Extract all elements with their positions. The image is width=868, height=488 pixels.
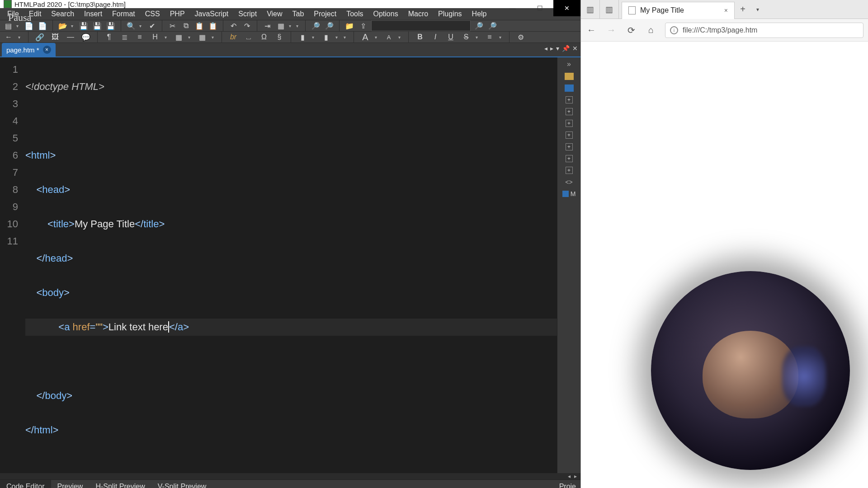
tab-prev-icon[interactable]: ◂ [544, 45, 547, 52]
dropdown-icon[interactable]: ▾ [16, 23, 21, 28]
save-all-icon[interactable]: 💾 [92, 20, 103, 31]
hr-icon[interactable]: — [65, 32, 76, 42]
menu-tools[interactable]: Tools [342, 8, 368, 20]
redo-icon[interactable]: ↷ [241, 20, 252, 31]
dropdown-icon[interactable]: ▾ [375, 35, 379, 40]
menu-options[interactable]: Options [369, 8, 403, 20]
side-item[interactable]: M [562, 190, 576, 197]
image-icon[interactable]: 🖼 [49, 32, 61, 42]
italic-icon[interactable]: I [429, 32, 441, 42]
replace-icon[interactable]: 🔎 [324, 20, 335, 31]
maximize-button[interactable]: ☐ [526, 0, 553, 16]
find-icon[interactable]: 🔎 [310, 20, 321, 31]
menu-php[interactable]: PHP [165, 8, 189, 20]
comment-icon[interactable]: 💬 [80, 32, 92, 42]
tab-next-icon[interactable]: ▸ [550, 45, 553, 52]
nav-back-icon[interactable]: ← [3, 32, 14, 42]
expand-icon[interactable]: » [567, 60, 571, 68]
file-tab-page[interactable]: page.htm * × [2, 43, 56, 56]
folder-icon[interactable]: 📁 [344, 20, 355, 31]
dropdown-icon[interactable]: ▾ [476, 35, 480, 40]
heading-icon[interactable]: H [149, 32, 161, 42]
align-icon[interactable]: ≡ [484, 32, 495, 42]
pin-icon[interactable]: 📌 [562, 45, 570, 52]
panel-icon[interactable] [565, 84, 574, 92]
gear-icon[interactable]: ⚙ [515, 32, 527, 42]
browser-tab[interactable]: My Page Title × [622, 2, 735, 19]
site-info-icon[interactable]: i [670, 26, 678, 34]
nav-forward-icon[interactable]: → [605, 25, 617, 35]
color-icon[interactable]: ▮ [320, 32, 332, 42]
script-icon[interactable]: § [274, 32, 285, 42]
underline-icon[interactable]: U [445, 32, 457, 42]
menu-format[interactable]: Format [108, 8, 140, 20]
scroll-left-icon[interactable]: ◂ [568, 473, 571, 479]
dropdown-icon[interactable]: ▾ [212, 35, 216, 40]
dropdown-icon[interactable]: ▾ [71, 23, 75, 28]
list-ol-icon[interactable]: ≡ [134, 32, 146, 42]
indent-icon[interactable]: ⇥ [262, 20, 273, 31]
br-icon[interactable]: br [227, 32, 239, 42]
dropdown-icon[interactable]: ▾ [139, 23, 144, 28]
tab-preview[interactable]: Preview [51, 480, 90, 488]
task-switch-icon[interactable]: ▥ [581, 0, 600, 19]
plus-icon[interactable]: + [566, 120, 573, 127]
dropdown-icon[interactable]: ▾ [344, 35, 348, 40]
task-switch-icon[interactable]: ▥ [600, 0, 619, 19]
menu-script[interactable]: Script [234, 8, 261, 20]
find-prev-icon[interactable]: 🔎 [487, 20, 498, 31]
home-icon[interactable]: ⌂ [645, 25, 657, 35]
toolbar-search-input[interactable] [371, 20, 471, 31]
dropdown-icon[interactable]: ▾ [296, 23, 301, 28]
close-tab-icon[interactable]: × [724, 7, 728, 14]
plus-icon[interactable]: + [566, 155, 573, 162]
folder-icon[interactable] [565, 73, 574, 80]
tab-menu-icon[interactable]: ▾ [556, 45, 559, 52]
form-icon[interactable]: ▦ [196, 32, 208, 42]
menu-javascript[interactable]: JavaScript [190, 8, 233, 20]
dropdown-icon[interactable]: ▾ [398, 35, 403, 40]
font-increase-icon[interactable]: A [359, 32, 371, 42]
paste-icon[interactable]: 📋 [194, 20, 205, 31]
tab-code-editor[interactable]: Code Editor [0, 480, 51, 488]
tab-v-split[interactable]: V-Split Preview [151, 480, 213, 488]
minimize-button[interactable]: — [499, 0, 526, 16]
plus-icon[interactable]: + [566, 96, 573, 103]
tab-project[interactable]: Proje [559, 483, 580, 488]
menu-css[interactable]: CSS [141, 8, 165, 20]
menu-edit[interactable]: Edit [24, 8, 46, 20]
new-tab-button[interactable]: + [735, 4, 751, 14]
save-icon[interactable]: 💾 [78, 20, 89, 31]
menu-insert[interactable]: Insert [80, 8, 107, 20]
clipboard-icon[interactable]: 📋 [208, 20, 218, 31]
new-file-icon[interactable]: ▤ [3, 20, 14, 31]
plus-icon[interactable]: + [566, 108, 573, 115]
tab-h-split[interactable]: H-Split Preview [89, 480, 151, 488]
dropdown-icon[interactable]: ▾ [289, 23, 293, 28]
dropdown-icon[interactable]: ▾ [335, 35, 340, 40]
menu-project[interactable]: Project [309, 8, 341, 20]
reload-icon[interactable]: ⟳ [625, 25, 637, 36]
new-doc-icon[interactable]: 📄 [24, 20, 34, 31]
plus-icon[interactable]: + [566, 143, 573, 150]
menu-tab[interactable]: Tab [288, 8, 309, 20]
open-icon[interactable]: 📂 [57, 20, 68, 31]
menu-plugins[interactable]: Plugins [434, 8, 466, 20]
spellcheck-icon[interactable]: ✔ [146, 20, 157, 31]
dropdown-icon[interactable]: ▾ [18, 35, 23, 40]
dropdown-icon[interactable]: ▾ [188, 35, 193, 40]
plus-icon[interactable]: + [566, 131, 573, 139]
table-insert-icon[interactable]: ▦ [173, 32, 184, 42]
close-button[interactable]: ✕ [553, 0, 580, 16]
font-decrease-icon[interactable]: A [383, 32, 395, 42]
bold-icon[interactable]: B [414, 32, 426, 42]
nbsp-icon[interactable]: ⎵ [243, 32, 255, 42]
find-next-icon[interactable]: 🔎 [473, 20, 484, 31]
menu-file[interactable]: File [3, 8, 24, 20]
strike-icon[interactable]: S [460, 32, 472, 42]
upload-icon[interactable]: ⇪ [358, 20, 368, 31]
scroll-right-icon[interactable]: ▸ [574, 473, 577, 479]
search-icon[interactable]: 🔍 [126, 20, 137, 31]
dropdown-icon[interactable]: ▾ [165, 35, 169, 40]
export-icon[interactable]: 💾 [105, 20, 116, 31]
